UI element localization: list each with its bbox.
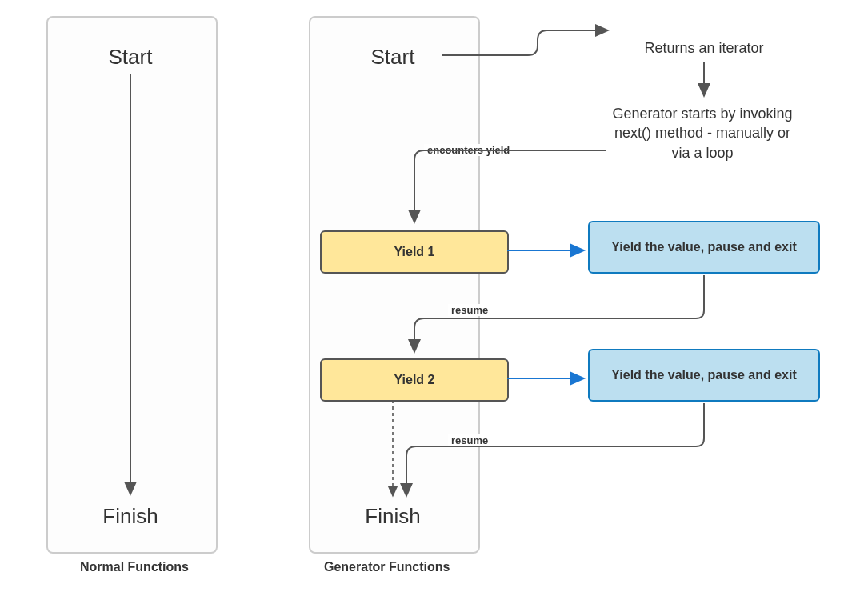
- yield1-box: Yield 1: [320, 230, 509, 274]
- returns-iterator-label: Returns an iterator: [616, 38, 792, 58]
- normal-start-label: Start: [82, 45, 178, 70]
- generator-panel: [309, 16, 480, 554]
- yield1-label: Yield 1: [394, 245, 435, 259]
- generator-start-label: Start: [345, 45, 441, 70]
- resume1-label: resume: [448, 304, 491, 316]
- encounters-yield-label: encounters yield: [424, 144, 513, 156]
- yield2-box: Yield 2: [320, 358, 509, 402]
- yield2-label: Yield 2: [394, 373, 435, 387]
- normal-finish-label: Finish: [82, 504, 178, 529]
- invoking-next-label: Generator starts by invoking next() meth…: [610, 104, 794, 162]
- resume2-label: resume: [448, 434, 491, 446]
- diagram-canvas: Start Finish Normal Functions Start Fini…: [0, 0, 864, 616]
- generator-finish-label: Finish: [345, 504, 441, 529]
- normal-caption: Normal Functions: [80, 560, 189, 574]
- generator-caption: Generator Functions: [324, 560, 450, 574]
- yield-exit2-label: Yield the value, pause and exit: [611, 368, 796, 382]
- yield-exit2-box: Yield the value, pause and exit: [588, 349, 820, 402]
- yield-exit1-label: Yield the value, pause and exit: [611, 240, 796, 254]
- normal-panel: [46, 16, 218, 554]
- yield-exit1-box: Yield the value, pause and exit: [588, 221, 820, 274]
